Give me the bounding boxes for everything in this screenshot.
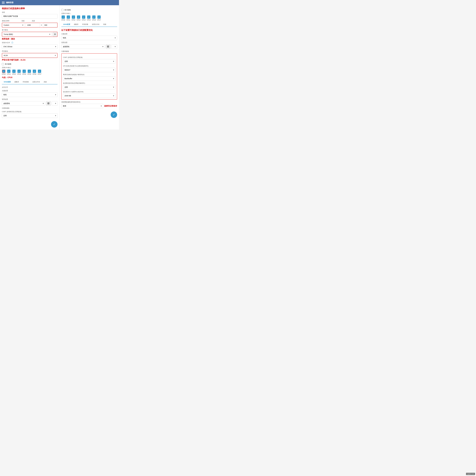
cpu0-label: CPU0 <box>2 73 6 75</box>
cpu3-checkbox[interactable]: ✓ <box>17 70 21 73</box>
right-offscreen-select[interactable]: Backbuffer <box>63 76 116 81</box>
cpu5-checkbox[interactable]: ✓ <box>28 70 31 73</box>
cpu6-item: ✓ CPU6 <box>33 70 36 75</box>
right-shader-select[interactable]: 启用 <box>63 85 116 89</box>
right-panel: 显示帧数 启用CPU核心 ✓ CPU0 ✓ CPU1 ✓ CPU2 ✓ CPU3… <box>60 5 119 129</box>
right-bg-wrapper: 桌面壁纸 ▼ <box>61 44 105 49</box>
left-panel: 根据自己机型选择分辨率 名称 屏幕分辨率 宽度 高度 Custom ▼ X 显卡… <box>0 5 60 129</box>
right-tabs: WINE配置 函数库 环境变量 设置文件夹 高级 <box>61 22 117 27</box>
cpu2-label: CPU2 <box>12 73 16 75</box>
cpu0-checkbox[interactable]: ✓ <box>2 70 5 73</box>
right-cpu4-label: CPU4 <box>82 19 85 21</box>
right-tab-wine[interactable]: WINE配置 <box>61 22 72 27</box>
app-header: 编辑容器 <box>0 0 119 5</box>
right-cpu1-checkbox[interactable]: ✓ <box>67 16 70 19</box>
right-bg-select[interactable]: 桌面壁纸 <box>61 44 105 49</box>
right-cpu5-label: CPU5 <box>87 19 91 21</box>
cpu6-checkbox[interactable]: ✓ <box>33 70 36 73</box>
tab-wine-left[interactable]: WINE配置 <box>2 80 13 84</box>
left-tabs: WINE配置 函数库 环境变量 设置文件夹 高级 <box>2 80 57 84</box>
install-dx-select[interactable]: CNC DDraw <box>2 44 57 49</box>
right-cursor-select[interactable]: 禁用 <box>61 104 103 108</box>
gpu-driver-note: 推荐选择：骁龙 <box>2 38 57 40</box>
right-tab-env[interactable]: 环境变量 <box>80 22 90 27</box>
tab-advanced-left[interactable]: 高级 <box>42 80 49 84</box>
main-container: 根据自己机型选择分辨率 名称 屏幕分辨率 宽度 高度 Custom ▼ X 显卡… <box>0 5 119 129</box>
right-cpu7-label: CPU7 <box>97 19 101 21</box>
gear-button[interactable]: ⚙ <box>53 32 57 37</box>
left-csmt-select[interactable]: 启用 <box>2 113 57 118</box>
right-theme-select[interactable]: 明亮 <box>61 36 117 40</box>
cpu3-item: ✓ CPU3 <box>17 70 21 75</box>
right-cpu6-item: ✓ CPU6 <box>92 16 96 21</box>
right-cpu4-item: ✓ CPU4 <box>82 16 85 21</box>
right-save-container: ✓ <box>61 110 117 118</box>
gpu-driver-label: 显卡驱动 <box>2 29 57 31</box>
left-theme-wrapper: 明亮 ▼ <box>2 92 57 97</box>
right-bg-extra-select[interactable] <box>111 44 117 49</box>
right-csmt-select[interactable]: 启用 <box>63 59 116 64</box>
cpu4-checkbox[interactable]: ✓ <box>23 70 26 73</box>
right-tab-folder[interactable]: 设置文件夹 <box>90 22 101 27</box>
right-cursor-row: 禁用 ▼ 选择完记得保存 <box>61 104 117 108</box>
resolution-row: Custom ▼ X <box>2 23 57 28</box>
menu-icon[interactable] <box>2 2 5 4</box>
resolution-preset-select[interactable]: Custom <box>2 23 25 27</box>
resolution-width-input[interactable] <box>26 23 40 27</box>
right-theme-label: 主题设置 <box>61 33 117 35</box>
right-offscreen-wrapper: Backbuffer ▼ <box>63 76 116 81</box>
right-gpu-name-select[interactable]: 9800GT <box>63 68 116 72</box>
right-cpu7-checkbox[interactable]: ✓ <box>97 16 101 19</box>
left-bg-extra-wrapper: ▼ <box>52 101 57 106</box>
right-tab-library[interactable]: 函数库 <box>72 22 80 27</box>
bg-image-btn[interactable]: 🖼 <box>46 101 51 106</box>
install-dx-label: 安装DX文件 ? <box>2 42 57 44</box>
left-bg-select[interactable]: 桌面壁纸 <box>2 101 45 106</box>
tab-env-left[interactable]: 环境变量 <box>21 80 31 84</box>
right-cpu3-checkbox[interactable]: ✓ <box>77 16 80 19</box>
name-label: 名称 <box>2 11 57 13</box>
right-cpu6-checkbox[interactable]: ✓ <box>92 16 96 19</box>
right-cpu0-item: ✓ CPU0 <box>61 16 65 21</box>
enable-cpu-label: 启用CPU核心 <box>2 67 57 69</box>
right-bg-label: 背景设置 <box>61 41 117 44</box>
right-cpu5-item: ✓ CPU5 <box>87 16 91 21</box>
right-cpu2-label: CPU2 <box>72 19 75 21</box>
right-bg-extra-wrapper: ▼ <box>111 44 117 49</box>
tab-library-left[interactable]: 函数库 <box>13 80 21 84</box>
right-shader-label: 改进着色器渲染(启用提高兼容性) <box>63 82 116 84</box>
left-theme-label: 主题设置 <box>2 90 57 92</box>
right-cpu5-checkbox[interactable]: ✓ <box>87 16 90 19</box>
left-bg-extra-select[interactable] <box>52 101 57 106</box>
right-cpu0-checkbox[interactable]: ✓ <box>62 16 65 19</box>
right-tab-advanced[interactable]: 高级 <box>101 22 108 27</box>
cpu-note: 勾选：CPU0 <box>2 76 57 79</box>
show-fps-row: 显示帧数 <box>2 63 57 65</box>
show-fps-checkbox[interactable] <box>2 63 4 65</box>
right-cpu4-checkbox[interactable]: ✓ <box>82 16 85 19</box>
right-vram-select[interactable]: 2048 MB <box>63 94 116 98</box>
right-cursor-label: 游标覆盖偏移(影响鼠标移动) <box>61 101 117 103</box>
left-bg-wrapper: 桌面壁纸 ▼ <box>2 101 45 106</box>
right-vram-label: 设定显存大小(推荐512或2048) <box>63 91 116 93</box>
cpu3-label: CPU3 <box>17 73 21 75</box>
resolution-height-input[interactable] <box>43 23 57 27</box>
left-theme-select[interactable]: 明亮 <box>2 92 57 97</box>
cpu4-item: ✓ CPU4 <box>22 70 26 75</box>
cpu2-checkbox[interactable]: ✓ <box>12 70 16 73</box>
right-cpu6-label: CPU6 <box>92 19 96 21</box>
cpu1-checkbox[interactable]: ✓ <box>7 70 10 73</box>
tab-folder-left[interactable]: 设置文件夹 <box>31 80 42 84</box>
right-show-fps-row: 显示帧数 <box>61 9 117 11</box>
audio-driver-select[interactable]: ALSA <box>2 53 57 58</box>
right-show-fps-checkbox[interactable] <box>61 9 64 11</box>
right-save-button[interactable]: ✓ <box>111 111 117 118</box>
left-save-button[interactable]: ✓ <box>51 121 57 128</box>
right-csmt-wrapper: 启用 ▼ <box>63 59 116 64</box>
left-bg-row: 桌面壁纸 ▼ 🖼 ▼ <box>2 101 57 106</box>
cpu7-checkbox[interactable]: ✓ <box>38 70 41 73</box>
name-input[interactable] <box>2 14 57 18</box>
right-cpu2-checkbox[interactable]: ✓ <box>72 16 75 19</box>
right-bg-image-btn[interactable]: 🖼 <box>106 44 110 49</box>
gpu-driver-select[interactable]: Turnip (骁龙) <box>2 32 52 36</box>
